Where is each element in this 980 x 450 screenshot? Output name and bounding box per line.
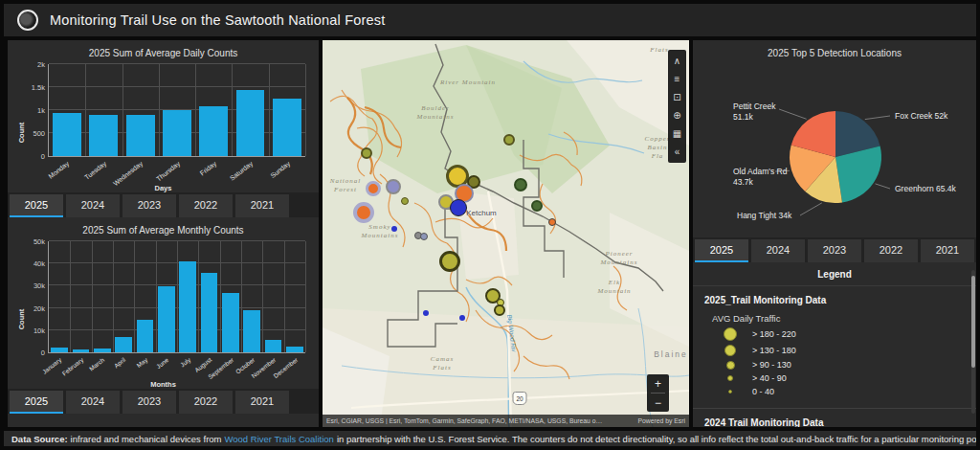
- y-tick-label: 40k: [33, 259, 45, 268]
- legend-list-icon[interactable]: ≡: [668, 70, 686, 88]
- trail-counter-marker[interactable]: [401, 197, 409, 205]
- monthly-counts-chart-card: 2025 Sum of Average Monthly Counts Count…: [8, 217, 319, 389]
- bar-march[interactable]: [94, 349, 110, 352]
- legend-symbol-box: [716, 327, 745, 341]
- bar-august[interactable]: [201, 273, 217, 352]
- gridline-vertical: [198, 241, 199, 352]
- trail-counter-marker[interactable]: [503, 134, 515, 146]
- legend-item-label: 0 - 40: [752, 387, 774, 396]
- bar-monday[interactable]: [53, 113, 81, 156]
- bar-december[interactable]: [286, 347, 302, 352]
- x-axis-labels: JanuaryFebruaryMarchAprilMayJuneJulyAugu…: [48, 353, 305, 382]
- bar-friday[interactable]: [199, 106, 228, 156]
- trail-counter-marker[interactable]: [494, 304, 505, 316]
- bar-may[interactable]: [137, 320, 153, 352]
- legend-symbol-box: [716, 345, 745, 356]
- attribution-text: Esri, CGIAR, USGS | Esri, TomTom, Garmin…: [326, 417, 604, 424]
- year-tab-2024[interactable]: 2024: [751, 239, 805, 262]
- zoom-in-button[interactable]: +: [647, 374, 669, 393]
- pie-callout-line: [779, 109, 807, 119]
- bar-february[interactable]: [73, 349, 89, 352]
- bar-wednesday[interactable]: [126, 115, 155, 156]
- bar-thursday[interactable]: [163, 110, 191, 156]
- map[interactable]: FlatsRiver MountainBoulder MountainsCopp…: [323, 40, 689, 427]
- traffic-size-dot-icon: [728, 390, 732, 394]
- zoom-out-button[interactable]: −: [647, 394, 669, 412]
- gridline-vertical: [92, 241, 93, 352]
- legend-items: > 180 - 220> 130 - 180> 90 - 130> 40 - 9…: [693, 326, 976, 398]
- trail-counter-marker[interactable]: [514, 178, 527, 191]
- wood-river-trails-coalition-link[interactable]: Wood River Trails Coalition: [225, 434, 334, 444]
- collapse-up-icon[interactable]: ∧: [668, 52, 686, 70]
- trail-counter-marker[interactable]: [361, 147, 372, 159]
- pie-callout-line: [800, 203, 822, 215]
- pie-label-pettit-creek: Pettit Creek51.1k: [733, 101, 776, 122]
- bar-tuesday[interactable]: [89, 115, 118, 156]
- bar-november[interactable]: [265, 340, 281, 352]
- legend-panel: Legend 2025_Trail Monitoring Data AVG Da…: [693, 262, 976, 427]
- bar-sunday[interactable]: [273, 99, 301, 156]
- gridline: [49, 86, 305, 87]
- y-tick-label: 30k: [33, 281, 45, 290]
- year-tab-2023[interactable]: 2023: [808, 239, 861, 262]
- legend-item: 0 - 40: [693, 385, 976, 398]
- basemap-globe-icon[interactable]: ⊕: [668, 106, 686, 124]
- bar-september[interactable]: [222, 293, 238, 352]
- bar-january[interactable]: [51, 348, 67, 352]
- trail-counter-marker[interactable]: [531, 200, 543, 212]
- year-tab-2022[interactable]: 2022: [864, 239, 918, 262]
- data-source-text-1: infrared and mechanical devices from: [71, 434, 222, 444]
- year-tab-2021[interactable]: 2021: [921, 239, 974, 262]
- trail-counter-marker[interactable]: [450, 199, 467, 216]
- layers-icon[interactable]: ⊡: [668, 88, 686, 106]
- monthly-chart-title: 2025 Sum of Average Monthly Counts: [8, 217, 319, 236]
- y-tick-label: 10k: [33, 326, 45, 334]
- daily-plot-area: 05001k1.5k2k: [48, 64, 305, 157]
- traffic-size-dot-icon: [727, 375, 733, 381]
- y-axis-title: Count: [17, 309, 26, 330]
- daily-bar-chart: Count05001k1.5k2kMondayTuesdayWednesdayT…: [17, 64, 309, 192]
- legend-scrollbar[interactable]: [971, 270, 975, 414]
- trail-counter-marker[interactable]: [366, 181, 381, 196]
- powered-by-esri: Powered by Esri: [638, 417, 686, 424]
- map-attribution: Esri, CGIAR, USGS | Esri, TomTom, Garmin…: [323, 415, 689, 427]
- bar-october[interactable]: [243, 310, 259, 352]
- gridline-vertical: [177, 241, 178, 352]
- bar-april[interactable]: [115, 337, 131, 352]
- trail-counter-marker[interactable]: [420, 233, 428, 240]
- legend-symbol-box: [716, 361, 745, 370]
- trail-counter-marker[interactable]: [391, 226, 397, 232]
- gridline-vertical: [284, 241, 285, 352]
- gridline: [49, 63, 305, 64]
- pie-label-fox-creek: Fox Creek 52k: [895, 111, 948, 121]
- data-source-bar: Data Source: infrared and mechanical dev…: [4, 431, 976, 446]
- legend-item-label: > 130 - 180: [752, 346, 796, 355]
- gridline-vertical: [262, 241, 263, 352]
- pie-label-hang-tight: Hang Tight 34k: [737, 211, 792, 220]
- y-tick-label: 500: [33, 129, 45, 138]
- trail-counter-marker[interactable]: [353, 202, 374, 223]
- monthly-plot-area: 010k20k30k40k50k: [48, 241, 305, 353]
- basemap-gallery-icon[interactable]: ▦: [668, 124, 686, 143]
- trail-counter-marker[interactable]: [439, 251, 460, 272]
- x-axis-labels: MondayTuesdayWednesdayThursdayFridaySatu…: [48, 157, 305, 186]
- daily-counts-chart-card: 2025 Sum of Average Daily Counts Count05…: [8, 40, 319, 192]
- highway-shield: 20: [513, 392, 527, 405]
- bar-june[interactable]: [158, 286, 174, 352]
- gridline-vertical: [305, 241, 306, 352]
- bar-july[interactable]: [179, 261, 195, 352]
- daily-chart-title: 2025 Sum of Average Daily Counts: [8, 40, 319, 58]
- gridline-vertical: [232, 64, 233, 156]
- legend-scroll-thumb[interactable]: [971, 276, 975, 368]
- gridline-vertical: [85, 64, 86, 156]
- trail-counter-marker[interactable]: [386, 179, 401, 194]
- gridline-vertical: [113, 241, 114, 352]
- gridline-vertical: [305, 64, 306, 156]
- year-tab-2025[interactable]: 2025: [695, 239, 748, 262]
- trail-counter-marker[interactable]: [423, 310, 429, 316]
- collapse-panel-icon[interactable]: «: [668, 143, 686, 161]
- trail-counter-marker[interactable]: [459, 315, 465, 321]
- trail-counter-marker[interactable]: [548, 218, 556, 226]
- charts-sidebar: 2025 Sum of Average Daily Counts Count05…: [8, 40, 319, 427]
- bar-saturday[interactable]: [236, 90, 265, 156]
